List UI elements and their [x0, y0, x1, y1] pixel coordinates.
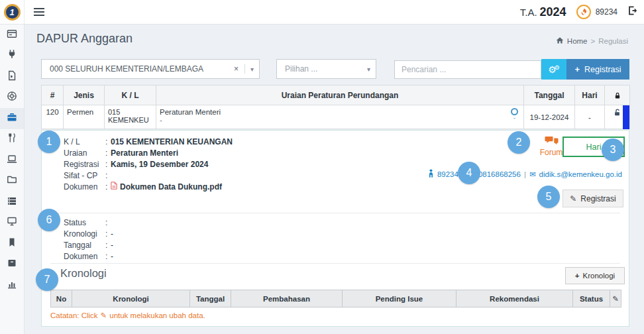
kronologi-table: No Kronologi Tanggal Pembahasan Pending …: [50, 290, 621, 307]
callout-7: 7: [36, 268, 58, 291]
regulation-table: # Jenis K / L Uraian Peraturan Perundang…: [41, 85, 630, 129]
chevron-down-icon[interactable]: ▾: [245, 66, 259, 73]
user-counter[interactable]: 89234: [576, 5, 617, 19]
edit-registrasi-button[interactable]: ✎Registrasi: [563, 190, 623, 207]
top-navbar: 1 T.A.2024 89234: [0, 0, 644, 25]
kl-select[interactable]: 000 SELURUH KEMENTERIAN/LEMBAGA × ▾: [41, 59, 260, 79]
registration-fields: K / L:015 KEMENTERIAN KEUANGAN Uraian:Pe…: [64, 137, 233, 193]
app-logo[interactable]: 1: [0, 0, 25, 24]
sidebar-item-archive[interactable]: [0, 254, 24, 276]
search-input[interactable]: [394, 60, 541, 79]
sidebar-item-utensils[interactable]: [0, 129, 24, 150]
pencil-icon[interactable]: ✎: [101, 311, 107, 320]
callout-1: 1: [38, 131, 60, 153]
sidebar-item-chart[interactable]: [0, 275, 24, 296]
col-uraian[interactable]: Uraian Peraturan Perundangan: [156, 85, 524, 105]
navbar-right: T.A.2024 89234: [520, 0, 638, 24]
callout-2: 2: [508, 131, 530, 154]
archive-icon: [7, 258, 17, 271]
sidebar-item-briefcase-active[interactable]: [0, 108, 24, 129]
breadcrumb-current: Regulasi: [598, 37, 628, 45]
chart-bar-icon: [7, 279, 17, 292]
bookmark-icon: [7, 237, 17, 250]
pencil-icon: ✎: [570, 194, 576, 203]
sidebar-item-laptop[interactable]: [0, 150, 24, 171]
sidebar-item-tasks[interactable]: [0, 192, 24, 213]
row-jenis: Permen: [64, 105, 105, 129]
file-contract-icon: [7, 70, 17, 84]
unlock-icon: [613, 111, 621, 119]
contact-phone[interactable]: 0816868256: [478, 170, 521, 178]
row-uraian: Peraturan Menteri - -: [156, 105, 524, 129]
sidebar-item-folder[interactable]: [0, 171, 24, 192]
page-title: DAPUR Anggaran: [36, 32, 133, 46]
col-kl[interactable]: K / L: [105, 85, 156, 105]
forum-button[interactable]: Forum: [537, 136, 565, 157]
folder-icon: [7, 174, 17, 188]
tasks-icon: [7, 195, 17, 209]
add-kronologi-button[interactable]: +Kronologi: [565, 267, 625, 284]
kronologi-header-row: No Kronologi Tanggal Pembahasan Pending …: [51, 290, 621, 307]
kl-select-value: 000 SELURUH KEMENTERIAN/LEMBAGA: [42, 64, 228, 74]
main-content: DAPUR Anggaran Home > Regulasi 000 SELUR…: [25, 25, 644, 334]
counter-value: 89234: [596, 7, 617, 17]
pencil-icon: ✎: [610, 290, 621, 307]
table-row[interactable]: 120 Permen 015 KEMENKEU Peraturan Menter…: [42, 105, 630, 129]
chevron-down-icon[interactable]: ▾: [362, 66, 376, 73]
pilihan-select[interactable]: Pilihan ... ▾: [276, 59, 376, 79]
app-logo-icon: 1: [4, 4, 21, 21]
plug-icon: [7, 49, 17, 62]
sidebar-item-card[interactable]: [0, 25, 24, 46]
sidebar-item-desktop[interactable]: [0, 213, 24, 234]
row-lock[interactable]: [605, 105, 630, 129]
divider: [50, 213, 620, 213]
dokumen-link[interactable]: Dokumen Data Dukung.pdf: [111, 182, 222, 193]
contact-id: 89234: [437, 170, 458, 178]
row-hari: -: [575, 105, 605, 129]
callout-6: 6: [38, 209, 60, 231]
row-num: 120: [42, 105, 64, 129]
status-fields: Status: Kronologi:- Tanggal:- Dokumen:-: [64, 217, 113, 262]
sidebar-item-file[interactable]: [0, 66, 24, 87]
left-sidebar: [0, 25, 25, 334]
lock-icon: [605, 85, 630, 105]
col-hari[interactable]: Hari: [575, 85, 605, 105]
laptop-icon: [7, 154, 17, 167]
list-alt-icon: [7, 28, 17, 42]
col-jenis[interactable]: Jenis: [64, 85, 105, 105]
home-icon: [556, 36, 564, 46]
desktop-icon: [7, 216, 17, 229]
sidebar-item-bookmark[interactable]: [0, 233, 24, 254]
life-ring-icon: [7, 91, 17, 104]
utensils-icon: [7, 133, 17, 146]
fiscal-year: T.A.2024: [520, 5, 566, 19]
col-tanggal[interactable]: Tanggal: [524, 85, 575, 105]
sidebar-item-ring[interactable]: [0, 87, 24, 109]
flame-badge-icon: [576, 5, 591, 19]
fiscal-year-value: 2024: [540, 5, 566, 19]
sidebar-item-plug[interactable]: [0, 46, 24, 67]
sign-out-icon[interactable]: [627, 5, 638, 19]
breadcrumb: Home > Regulasi: [556, 36, 628, 46]
settings-button[interactable]: ⚙⚙: [541, 59, 566, 80]
clear-icon[interactable]: ×: [228, 64, 245, 74]
contact-line: 89234 | 0816868256 | ✉ didik.s@kemenkeu.…: [428, 169, 622, 179]
field-uraian-value: Peraturan Menteri: [111, 148, 178, 159]
contact-email[interactable]: didik.s@kemenkeu.go.id: [539, 170, 622, 178]
row-tanggal: 19-12-2024: [524, 105, 575, 129]
pilihan-select-placeholder: Pilihan ...: [277, 64, 362, 74]
person-icon: [428, 169, 434, 179]
hamburger-menu-icon[interactable]: [34, 8, 44, 18]
callout-4: 4: [458, 162, 480, 184]
kronologi-heading: Kronologi: [60, 267, 107, 280]
envelope-icon: ✉: [529, 170, 536, 179]
pdf-icon: [111, 182, 117, 193]
callout-5: 5: [537, 186, 560, 208]
add-registrasi-button[interactable]: +Registrasi: [566, 59, 629, 80]
breadcrumb-home[interactable]: Home: [567, 37, 588, 45]
note-text: Catatan: Click ✎ untuk melakukan ubah da…: [50, 311, 205, 320]
table-header-row: # Jenis K / L Uraian Peraturan Perundang…: [42, 85, 630, 105]
briefcase-icon: [7, 112, 17, 125]
col-num[interactable]: #: [42, 85, 64, 105]
field-kl-value: 015 KEMENTERIAN KEUANGAN: [111, 137, 233, 148]
